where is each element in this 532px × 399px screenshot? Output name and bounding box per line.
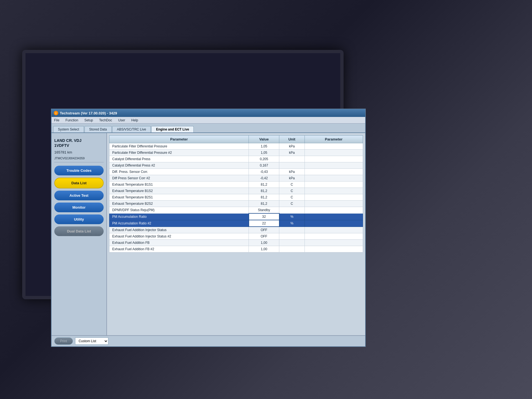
utility-button[interactable]: Utility xyxy=(54,214,104,224)
param2-cell xyxy=(305,156,363,162)
value-cell: Standby xyxy=(249,207,279,214)
param-cell: Catalyst Differential Press xyxy=(109,156,249,162)
param2-cell xyxy=(305,207,363,214)
menu-techdoc[interactable]: TechDoc xyxy=(98,118,113,122)
param-cell: PM Accumulation Ratio xyxy=(109,213,249,220)
col-header-unit: Unit xyxy=(279,135,305,143)
param-cell: Exhaust Fuel Addition Injector Status xyxy=(109,227,249,233)
menu-setup[interactable]: Setup xyxy=(83,118,94,122)
param-cell: Particulate Filter Differential Pressure… xyxy=(109,150,249,156)
param2-cell xyxy=(305,150,363,156)
custom-list-dropdown[interactable]: Custom List xyxy=(75,337,108,345)
table-row: Exhaust Temperature B1S181,2C xyxy=(109,181,363,188)
title-bar: i Techstream (Ver 17.00.020) - 3429 xyxy=(52,109,365,117)
table-row: Catalyst Differential Press #20,167 xyxy=(109,162,363,169)
value-cell: OFF xyxy=(249,227,279,233)
param2-cell xyxy=(305,143,363,150)
value-cell: 81,2 xyxy=(249,201,279,207)
vehicle-info: LAND CR. VDJ1VDFTV 165781 km JTMCV02J004… xyxy=(54,136,104,162)
tab-system-select[interactable]: System Select xyxy=(53,126,84,132)
table-row: Particulate Filter Differential Pressure… xyxy=(109,143,363,150)
unit-cell xyxy=(279,162,305,169)
param2-cell xyxy=(305,181,363,188)
param2-cell xyxy=(305,194,363,201)
app-icon: i xyxy=(54,111,58,115)
vehicle-km: 165781 km xyxy=(54,150,104,154)
unit-cell: kPa xyxy=(279,175,305,181)
table-row: Diff Press Sensor Corr #2-0,42kPa xyxy=(109,175,363,181)
unit-cell xyxy=(279,246,305,252)
param-cell: Catalyst Differential Press #2 xyxy=(109,162,249,169)
value-cell: 1,05 xyxy=(249,150,279,156)
menu-user[interactable]: User xyxy=(117,118,126,122)
param2-cell xyxy=(305,227,363,233)
col-header-parameter2: Parameter xyxy=(305,135,363,143)
param2-cell xyxy=(305,175,363,181)
param-cell: Exhaust Temperature B2S1 xyxy=(109,194,249,201)
param-cell: Exhaust Temperature B1S1 xyxy=(109,181,249,188)
vehicle-vin: JTMCV02J004234359 xyxy=(54,157,104,160)
table-row: PM Accumulation Ratio32% xyxy=(109,213,363,220)
table-row: Exhaust Temperature B1S281,2C xyxy=(109,188,363,194)
value-cell: 22 xyxy=(249,220,279,227)
table-row: DPNR/DPF Status Reju(PM)Standby xyxy=(109,207,363,214)
value-cell: 1,05 xyxy=(249,143,279,150)
unit-cell: C xyxy=(279,181,305,188)
value-cell: OFF xyxy=(249,233,279,240)
table-row: Exhaust Fuel Addition FB #21,00 xyxy=(109,246,363,252)
table-row: Diff. Press. Sensor Corr.-0,43kPa xyxy=(109,169,363,175)
unit-cell: kPa xyxy=(279,150,305,156)
value-cell: 81,2 xyxy=(249,188,279,194)
laptop-bezel: i Techstream (Ver 17.00.020) - 3429 File… xyxy=(22,50,344,299)
tab-abs-vsc-trc[interactable]: ABS/VSC/TRC Live xyxy=(112,126,151,132)
data-table: Parameter Value Unit Parameter Particula… xyxy=(109,135,363,252)
table-row: Exhaust Fuel Addition Injector Status #2… xyxy=(109,233,363,240)
unit-cell: C xyxy=(279,188,305,194)
value-cell: -0,42 xyxy=(249,175,279,181)
table-row: PM Accumulation Ratio #222% xyxy=(109,220,363,227)
unit-cell xyxy=(279,227,305,233)
menu-bar: File Function Setup TechDoc User Help xyxy=(52,117,365,124)
param-cell: Diff. Press. Sensor Corr. xyxy=(109,169,249,175)
param-cell: DPNR/DPF Status Reju(PM) xyxy=(109,207,249,214)
param2-cell xyxy=(305,240,363,246)
dual-data-list-button[interactable]: Dual Data List xyxy=(54,226,104,236)
tab-stored-data[interactable]: Stored Data xyxy=(85,126,112,132)
print-button[interactable]: Print xyxy=(54,337,73,345)
param2-cell xyxy=(305,233,363,240)
active-test-button[interactable]: Active Test xyxy=(54,191,104,200)
tab-bar: System Select Stored Data ABS/VSC/TRC Li… xyxy=(52,124,365,133)
param-cell: Particulate Filter Differential Pressure xyxy=(109,143,249,150)
param-cell: Exhaust Fuel Addition Injector Status #2 xyxy=(109,233,249,240)
data-list-button[interactable]: Data List xyxy=(54,178,104,188)
table-row: Exhaust Fuel Addition FB1,00 xyxy=(109,240,363,246)
value-cell: 81,2 xyxy=(249,194,279,201)
menu-help[interactable]: Help xyxy=(131,118,139,122)
menu-file[interactable]: File xyxy=(53,118,60,122)
param2-cell xyxy=(305,220,363,227)
param2-cell xyxy=(305,213,363,220)
value-cell: 0,167 xyxy=(249,162,279,169)
menu-function[interactable]: Function xyxy=(65,118,79,122)
trouble-codes-button[interactable]: Trouble Codes xyxy=(54,166,104,175)
unit-cell xyxy=(279,233,305,240)
param-cell: Exhaust Fuel Addition FB xyxy=(109,240,249,246)
param2-cell xyxy=(305,246,363,252)
unit-cell: % xyxy=(279,213,305,220)
unit-cell: % xyxy=(279,220,305,227)
monitor-button[interactable]: Monitor xyxy=(54,203,104,212)
unit-cell xyxy=(279,156,305,162)
value-cell: -0,43 xyxy=(249,169,279,175)
unit-cell: C xyxy=(279,194,305,201)
unit-cell: C xyxy=(279,201,305,207)
param2-cell xyxy=(305,188,363,194)
app-title: Techstream (Ver 17.00.020) - 3429 xyxy=(60,111,117,115)
unit-cell: kPa xyxy=(279,143,305,150)
unit-cell xyxy=(279,240,305,246)
param2-cell xyxy=(305,201,363,207)
param-cell: Exhaust Temperature B2S2 xyxy=(109,201,249,207)
tab-engine-ect[interactable]: Engine and ECT Live xyxy=(151,126,194,132)
table-row: Catalyst Differential Press0,205 xyxy=(109,156,363,162)
table-row: Particulate Filter Differential Pressure… xyxy=(109,150,363,156)
vehicle-name: LAND CR. VDJ1VDFTV xyxy=(54,138,104,148)
